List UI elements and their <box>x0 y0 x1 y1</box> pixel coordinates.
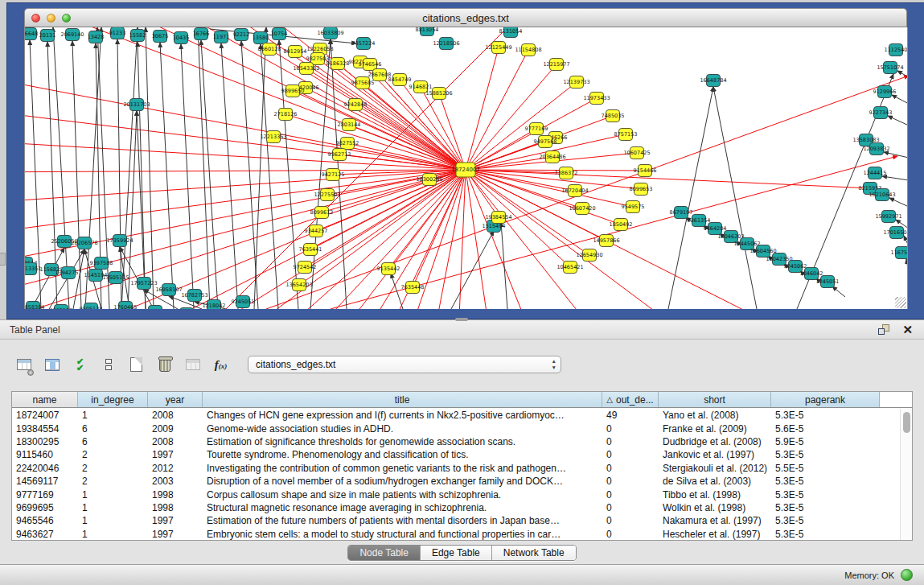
table-row[interactable]: 1456911722003Disruption of a novel membe… <box>12 475 900 488</box>
table-row[interactable]: 1938455462009Genome-wide association stu… <box>12 422 900 435</box>
tab-edge-table[interactable]: Edge Table <box>421 546 492 560</box>
table-cell[interactable]: 2 <box>78 476 148 487</box>
table-cell[interactable]: 2 <box>78 449 148 460</box>
table-cell[interactable]: 2009 <box>148 423 203 435</box>
table-cell[interactable]: 0 <box>602 515 659 526</box>
table-cell[interactable]: 5.6E-5 <box>771 423 880 435</box>
table-cell[interactable]: 9777169 <box>12 489 78 501</box>
table-row[interactable]: 1872400712008Changes of HCN gene express… <box>12 409 900 422</box>
table-cell[interactable]: 5.3E-5 <box>771 529 880 540</box>
table-cell[interactable]: Dudbridge et al. (2008) <box>659 436 771 447</box>
table-cell[interactable]: 0 <box>602 449 659 460</box>
table-cell[interactable]: 5.3E-5 <box>771 410 880 421</box>
table-cell[interactable]: 1 <box>78 502 148 513</box>
table-cell[interactable]: 9115460 <box>12 449 78 460</box>
function-builder-button[interactable]: f(x) <box>210 354 232 376</box>
table-cell[interactable]: 0 <box>602 423 659 435</box>
row-height-button[interactable] <box>97 354 119 376</box>
table-cell[interactable]: 5.3E-5 <box>771 476 880 487</box>
table-cell[interactable]: 1997 <box>148 449 203 460</box>
close-panel-icon[interactable]: ✕ <box>902 323 913 336</box>
table-cell[interactable]: 18300295 <box>12 436 78 447</box>
scrollbar-thumb[interactable] <box>903 412 910 433</box>
column-header-pagerank[interactable]: pagerank <box>771 392 880 407</box>
table-cell[interactable]: 5.5E-5 <box>771 463 880 474</box>
column-header-in_degree[interactable]: in_degree <box>78 392 148 407</box>
table-cell[interactable]: Corpus callosum shape and size in male p… <box>203 489 602 501</box>
table-cell[interactable]: 49 <box>602 410 659 421</box>
table-cell[interactable]: 5.3E-5 <box>771 449 880 460</box>
table-cell[interactable]: Disruption of a novel member of a sodium… <box>203 476 602 487</box>
select-columns-button[interactable]: ✔✔ <box>69 354 91 376</box>
column-visibility-button[interactable] <box>41 354 63 376</box>
import-table-button[interactable] <box>182 354 203 376</box>
tab-node-table[interactable]: Node Table <box>348 546 421 560</box>
table-row[interactable]: 977716911998Corpus callosum shape and si… <box>12 488 900 501</box>
table-cell[interactable]: 0 <box>602 489 659 501</box>
column-header-out_de[interactable]: △out_de... <box>602 392 659 407</box>
table-cell[interactable]: 5.3E-5 <box>771 502 880 513</box>
network-graph[interactable]: 1664820131206914013428912331558230675104… <box>25 27 908 309</box>
table-cell[interactable]: 5.9E-5 <box>771 436 880 447</box>
table-cell[interactable]: 18724007 <box>12 410 78 421</box>
table-cell[interactable]: 1 <box>78 529 148 540</box>
column-header-title[interactable]: title <box>203 392 602 407</box>
network-window-titlebar[interactable]: citations_edges.txt <box>24 8 907 27</box>
float-panel-icon[interactable] <box>878 324 889 335</box>
table-cell[interactable]: 19384554 <box>12 423 78 435</box>
table-cell[interactable]: Stergiakouli et al. (2012) <box>659 463 771 474</box>
table-cell[interactable]: 1997 <box>148 515 203 526</box>
table-cell[interactable]: Investigating the contribution of common… <box>203 463 602 474</box>
table-cell[interactable]: de Silva et al. (2003) <box>659 476 771 487</box>
table-cell[interactable]: 1998 <box>148 502 203 513</box>
delete-table-button[interactable] <box>154 354 175 376</box>
table-cell[interactable]: 5.3E-5 <box>771 515 880 526</box>
table-cell[interactable]: 5.3E-5 <box>771 489 880 501</box>
table-cell[interactable]: 2008 <box>148 436 203 447</box>
new-table-button[interactable] <box>125 354 147 376</box>
table-row[interactable]: 1830029562008Estimation of significance … <box>12 435 900 448</box>
table-cell[interactable]: Estimation of the future numbers of pati… <box>203 515 602 526</box>
table-cell[interactable]: 22420046 <box>12 463 78 474</box>
table-cell[interactable]: Hescheler et al. (1997) <box>659 529 771 540</box>
table-cell[interactable]: 1 <box>78 410 148 421</box>
table-cell[interactable]: Nakamura et al. (1997) <box>659 515 771 526</box>
table-row[interactable]: 2242004622012Investigating the contribut… <box>12 462 900 475</box>
table-cell[interactable]: 0 <box>602 436 659 447</box>
graph-node[interactable] <box>180 308 194 310</box>
table-cell[interactable]: Genome-wide association studies in ADHD. <box>203 423 602 435</box>
table-cell[interactable]: 1997 <box>148 529 203 540</box>
resize-grip[interactable] <box>895 297 906 308</box>
table-cell[interactable]: Estimation of significance thresholds fo… <box>203 436 602 447</box>
panel-collapse-handle[interactable] <box>0 253 6 266</box>
column-header-year[interactable]: year <box>148 392 203 407</box>
memory-status-led[interactable] <box>901 569 913 581</box>
table-cell[interactable]: Changes of HCN gene expression and I(f) … <box>203 410 602 421</box>
column-header-short[interactable]: short <box>659 392 771 407</box>
table-cell[interactable]: 0 <box>602 529 659 540</box>
table-cell[interactable]: Wolkin et al. (1998) <box>659 502 771 513</box>
network-canvas[interactable]: 1664820131206914013428912331558230675104… <box>24 27 908 309</box>
table-cell[interactable]: 6 <box>78 423 148 435</box>
table-cell[interactable]: Jankovic et al. (1997) <box>659 449 771 460</box>
table-cell[interactable]: 0 <box>602 476 659 487</box>
table-row[interactable]: 911546021997Tourette syndrome. Phenomeno… <box>12 448 900 461</box>
table-cell[interactable]: 1 <box>78 515 148 526</box>
table-cell[interactable]: Yano et al. (2008) <box>659 410 771 421</box>
table-cell[interactable]: Franke et al. (2009) <box>659 423 771 435</box>
table-cell[interactable]: 14569117 <box>12 476 78 487</box>
table-selector-dropdown[interactable]: citations_edges.txt ▲▼ <box>248 356 561 373</box>
table-cell[interactable]: 1998 <box>148 489 203 501</box>
table-row[interactable]: 969969511998Structural magnetic resonanc… <box>12 501 900 514</box>
table-cell[interactable]: 9699695 <box>12 502 78 513</box>
table-cell[interactable]: 6 <box>78 436 148 447</box>
table-cell[interactable]: 2008 <box>148 410 203 421</box>
table-cell[interactable]: 2003 <box>148 476 203 487</box>
table-row[interactable]: 946554611997Estimation of the future num… <box>12 514 900 527</box>
tab-network-table[interactable]: Network Table <box>492 546 576 560</box>
table-cell[interactable]: 0 <box>602 463 659 474</box>
table-cell[interactable]: Tourette syndrome. Phenomenology and cla… <box>203 449 602 460</box>
table-cell[interactable]: 9465546 <box>12 515 78 526</box>
table-cell[interactable]: 0 <box>602 502 659 513</box>
table-cell[interactable]: 2 <box>78 463 148 474</box>
